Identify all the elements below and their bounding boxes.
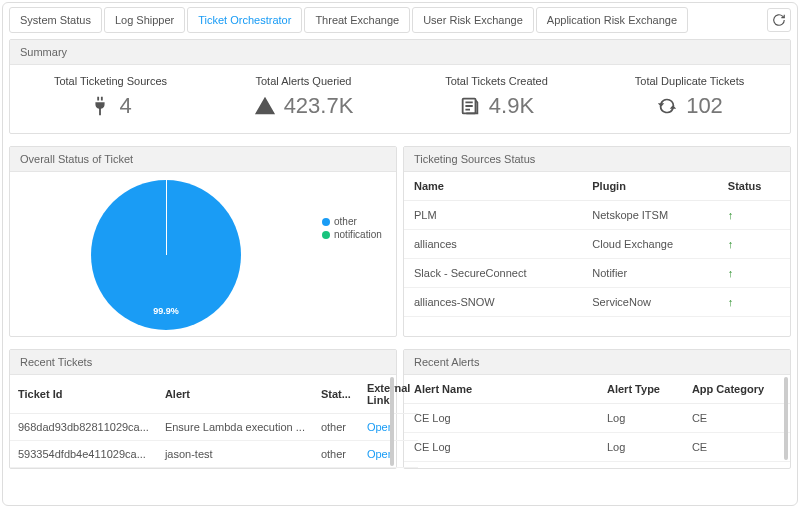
legend-label: other xyxy=(334,216,357,227)
legend-swatch-icon xyxy=(322,218,330,226)
cell-alert-name: CE Log xyxy=(404,433,597,462)
top-bar: System Status Log Shipper Ticket Orchest… xyxy=(9,7,791,33)
cell-name: alliances-SNOW xyxy=(404,288,582,317)
cell-name: Slack - SecureConnect xyxy=(404,259,582,288)
cell-name: PLM xyxy=(404,201,582,230)
cell-plugin: Cloud Exchange xyxy=(582,230,718,259)
legend-label: notification xyxy=(334,229,382,240)
table-row[interactable]: alliances-SNOWServiceNow↑ xyxy=(404,288,790,317)
cell-status: ↑ xyxy=(718,201,790,230)
cell-status: ↑ xyxy=(718,230,790,259)
col-alert-name[interactable]: Alert Name xyxy=(404,375,597,404)
recent-alerts-title: Recent Alerts xyxy=(404,350,790,375)
refresh-button[interactable] xyxy=(767,8,791,32)
cell-app-category: CE xyxy=(682,433,790,462)
col-ticket-id[interactable]: Ticket Id xyxy=(10,375,157,414)
recent-alerts-card: Recent Alerts Alert Name Alert Type App … xyxy=(403,349,791,469)
cell-name: alliances xyxy=(404,230,582,259)
tab-threat-exchange[interactable]: Threat Exchange xyxy=(304,7,410,33)
legend-swatch-icon xyxy=(322,231,330,239)
cell-plugin: Notifier xyxy=(582,259,718,288)
summary-item-alerts: Total Alerts Queried 423.7K xyxy=(207,75,400,119)
cell-status: other xyxy=(313,414,359,441)
sources-status-table: Name Plugin Status PLMNetskope ITSM↑alli… xyxy=(404,172,790,317)
table-row[interactable]: 593354dfdb4e411029ca...jason-testotherOp… xyxy=(10,441,418,468)
plug-icon xyxy=(89,95,111,117)
table-row[interactable]: Slack - SecureConnectNotifier↑ xyxy=(404,259,790,288)
cell-alert-type: Log xyxy=(597,404,682,433)
cell-status: ↑ xyxy=(718,259,790,288)
recent-tickets-title: Recent Tickets xyxy=(10,350,396,375)
cell-alert: jason-test xyxy=(157,441,313,468)
legend-item-notification: notification xyxy=(322,229,388,240)
col-app-category[interactable]: App Category xyxy=(682,375,790,404)
col-alert[interactable]: Alert xyxy=(157,375,313,414)
recent-tickets-table: Ticket Id Alert Stat... External Link 96… xyxy=(10,375,418,468)
table-row[interactable]: 968dad93db82811029ca...Ensure Lambda exe… xyxy=(10,414,418,441)
sync-icon xyxy=(656,95,678,117)
refresh-icon xyxy=(772,13,786,27)
arrow-up-icon: ↑ xyxy=(728,209,734,221)
cell-ticket-id: 593354dfdb4e411029ca... xyxy=(10,441,157,468)
cell-alert-type: Log xyxy=(597,433,682,462)
sources-status-card: Ticketing Sources Status Name Plugin Sta… xyxy=(403,146,791,337)
tab-ticket-orchestrator[interactable]: Ticket Orchestrator xyxy=(187,7,302,33)
arrow-up-icon: ↑ xyxy=(728,296,734,308)
summary-value: 4.9K xyxy=(489,93,534,119)
col-plugin[interactable]: Plugin xyxy=(582,172,718,201)
tab-app-risk-exchange[interactable]: Application Risk Exchange xyxy=(536,7,688,33)
table-row[interactable]: PLMNetskope ITSM↑ xyxy=(404,201,790,230)
summary-card: Summary Total Ticketing Sources 4 Total … xyxy=(9,39,791,134)
pie-center-label: 99.9% xyxy=(153,306,179,316)
arrow-up-icon: ↑ xyxy=(728,267,734,279)
cell-plugin: ServiceNow xyxy=(582,288,718,317)
cell-plugin: Netskope ITSM xyxy=(582,201,718,230)
scrollbar[interactable] xyxy=(390,377,394,466)
sources-status-title: Ticketing Sources Status xyxy=(404,147,790,172)
col-name[interactable]: Name xyxy=(404,172,582,201)
summary-value: 102 xyxy=(686,93,723,119)
cell-status: ↑ xyxy=(718,288,790,317)
table-row[interactable]: CE LogLogCE xyxy=(404,404,790,433)
pie-chart: 99.9% xyxy=(91,180,241,330)
summary-item-tickets: Total Tickets Created 4.9K xyxy=(400,75,593,119)
summary-value: 4 xyxy=(119,93,131,119)
summary-title: Summary xyxy=(10,40,790,65)
summary-label: Total Ticketing Sources xyxy=(14,75,207,87)
alert-icon xyxy=(254,95,276,117)
ticket-icon xyxy=(459,95,481,117)
arrow-up-icon: ↑ xyxy=(728,238,734,250)
col-status[interactable]: Stat... xyxy=(313,375,359,414)
summary-item-sources: Total Ticketing Sources 4 xyxy=(14,75,207,119)
cell-alert: Ensure Lambda execution ... xyxy=(157,414,313,441)
cell-app-category: CE xyxy=(682,404,790,433)
cell-alert-name: CE Log xyxy=(404,404,597,433)
summary-label: Total Tickets Created xyxy=(400,75,593,87)
summary-label: Total Alerts Queried xyxy=(207,75,400,87)
col-alert-type[interactable]: Alert Type xyxy=(597,375,682,404)
recent-tickets-card: Recent Tickets Ticket Id Alert Stat... E… xyxy=(9,349,397,469)
pie-card: Overall Status of Ticket 99.9% other not… xyxy=(9,146,397,337)
pie-legend: other notification xyxy=(314,180,388,330)
tab-log-shipper[interactable]: Log Shipper xyxy=(104,7,185,33)
cell-ticket-id: 968dad93db82811029ca... xyxy=(10,414,157,441)
tab-user-risk-exchange[interactable]: User Risk Exchange xyxy=(412,7,534,33)
scrollbar[interactable] xyxy=(784,377,788,460)
tab-system-status[interactable]: System Status xyxy=(9,7,102,33)
col-status[interactable]: Status xyxy=(718,172,790,201)
tabs: System Status Log Shipper Ticket Orchest… xyxy=(9,7,767,33)
recent-alerts-table: Alert Name Alert Type App Category CE Lo… xyxy=(404,375,790,462)
summary-label: Total Duplicate Tickets xyxy=(593,75,786,87)
legend-item-other: other xyxy=(322,216,388,227)
summary-value: 423.7K xyxy=(284,93,354,119)
pie-title: Overall Status of Ticket xyxy=(10,147,396,172)
table-row[interactable]: CE LogLogCE xyxy=(404,433,790,462)
summary-item-duplicates: Total Duplicate Tickets 102 xyxy=(593,75,786,119)
cell-status: other xyxy=(313,441,359,468)
table-row[interactable]: alliancesCloud Exchange↑ xyxy=(404,230,790,259)
